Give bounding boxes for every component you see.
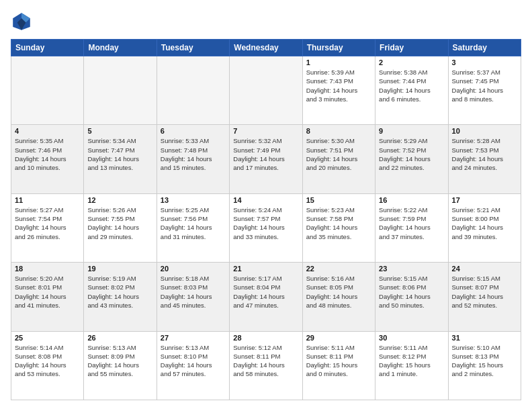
calendar-cell: 30Sunrise: 5:11 AM Sunset: 8:12 PM Dayli… bbox=[375, 331, 448, 400]
calendar-cell: 18Sunrise: 5:20 AM Sunset: 8:01 PM Dayli… bbox=[11, 263, 84, 331]
day-number: 22 bbox=[306, 265, 371, 273]
day-number: 2 bbox=[379, 58, 444, 66]
calendar-cell: 19Sunrise: 5:19 AM Sunset: 8:02 PM Dayli… bbox=[84, 263, 157, 331]
week-row-4: 18Sunrise: 5:20 AM Sunset: 8:01 PM Dayli… bbox=[11, 263, 521, 331]
logo-icon bbox=[11, 11, 32, 32]
day-info: Sunrise: 5:33 AM Sunset: 7:48 PM Dayligh… bbox=[161, 136, 226, 172]
day-number: 19 bbox=[87, 265, 152, 273]
calendar-cell: 9Sunrise: 5:29 AM Sunset: 7:52 PM Daylig… bbox=[375, 125, 448, 193]
day-info: Sunrise: 5:20 AM Sunset: 8:01 PM Dayligh… bbox=[15, 274, 80, 310]
calendar-cell: 5Sunrise: 5:34 AM Sunset: 7:47 PM Daylig… bbox=[84, 125, 157, 193]
day-info: Sunrise: 5:21 AM Sunset: 8:00 PM Dayligh… bbox=[452, 205, 517, 241]
calendar-cell: 11Sunrise: 5:27 AM Sunset: 7:54 PM Dayli… bbox=[11, 193, 84, 262]
day-number: 30 bbox=[379, 334, 444, 342]
day-info: Sunrise: 5:12 AM Sunset: 8:11 PM Dayligh… bbox=[233, 343, 298, 379]
day-number: 8 bbox=[306, 127, 371, 135]
week-row-5: 25Sunrise: 5:14 AM Sunset: 8:08 PM Dayli… bbox=[11, 331, 521, 400]
day-info: Sunrise: 5:18 AM Sunset: 8:03 PM Dayligh… bbox=[161, 274, 226, 310]
weekday-header-monday: Monday bbox=[84, 40, 157, 56]
day-number: 9 bbox=[379, 127, 444, 135]
day-info: Sunrise: 5:25 AM Sunset: 7:56 PM Dayligh… bbox=[161, 205, 226, 241]
calendar-cell: 27Sunrise: 5:13 AM Sunset: 8:10 PM Dayli… bbox=[157, 331, 229, 400]
calendar-cell bbox=[157, 56, 229, 125]
calendar-cell: 22Sunrise: 5:16 AM Sunset: 8:05 PM Dayli… bbox=[302, 263, 375, 331]
calendar-cell: 20Sunrise: 5:18 AM Sunset: 8:03 PM Dayli… bbox=[157, 263, 229, 331]
calendar-cell: 2Sunrise: 5:38 AM Sunset: 7:44 PM Daylig… bbox=[375, 56, 448, 125]
day-number: 24 bbox=[452, 265, 517, 273]
day-number: 11 bbox=[15, 196, 80, 204]
weekday-header-sunday: Sunday bbox=[11, 40, 84, 56]
calendar-cell: 4Sunrise: 5:35 AM Sunset: 7:46 PM Daylig… bbox=[11, 125, 84, 193]
day-info: Sunrise: 5:13 AM Sunset: 8:09 PM Dayligh… bbox=[87, 343, 152, 379]
day-number: 10 bbox=[452, 127, 517, 135]
calendar-table: SundayMondayTuesdayWednesdayThursdayFrid… bbox=[11, 39, 521, 400]
day-info: Sunrise: 5:28 AM Sunset: 7:53 PM Dayligh… bbox=[452, 136, 517, 172]
calendar-cell bbox=[11, 56, 84, 125]
day-number: 6 bbox=[161, 127, 226, 135]
day-info: Sunrise: 5:30 AM Sunset: 7:51 PM Dayligh… bbox=[306, 136, 371, 172]
day-number: 27 bbox=[161, 334, 226, 342]
day-number: 20 bbox=[161, 265, 226, 273]
weekday-header-friday: Friday bbox=[375, 40, 448, 56]
day-number: 7 bbox=[233, 127, 298, 135]
calendar-cell: 13Sunrise: 5:25 AM Sunset: 7:56 PM Dayli… bbox=[157, 193, 229, 262]
day-number: 3 bbox=[452, 58, 517, 66]
calendar-cell: 17Sunrise: 5:21 AM Sunset: 8:00 PM Dayli… bbox=[448, 193, 521, 262]
calendar-cell: 26Sunrise: 5:13 AM Sunset: 8:09 PM Dayli… bbox=[84, 331, 157, 400]
week-row-2: 4Sunrise: 5:35 AM Sunset: 7:46 PM Daylig… bbox=[11, 125, 521, 193]
day-info: Sunrise: 5:29 AM Sunset: 7:52 PM Dayligh… bbox=[379, 136, 444, 172]
day-info: Sunrise: 5:13 AM Sunset: 8:10 PM Dayligh… bbox=[161, 343, 226, 379]
calendar-header-row: SundayMondayTuesdayWednesdayThursdayFrid… bbox=[11, 40, 521, 56]
day-number: 26 bbox=[87, 334, 152, 342]
calendar-cell: 1Sunrise: 5:39 AM Sunset: 7:43 PM Daylig… bbox=[302, 56, 375, 125]
day-info: Sunrise: 5:22 AM Sunset: 7:59 PM Dayligh… bbox=[379, 205, 444, 241]
day-info: Sunrise: 5:10 AM Sunset: 8:13 PM Dayligh… bbox=[452, 343, 517, 379]
day-number: 15 bbox=[306, 196, 371, 204]
calendar-cell: 8Sunrise: 5:30 AM Sunset: 7:51 PM Daylig… bbox=[302, 125, 375, 193]
day-number: 29 bbox=[306, 334, 371, 342]
day-info: Sunrise: 5:24 AM Sunset: 7:57 PM Dayligh… bbox=[233, 205, 298, 241]
logo bbox=[11, 11, 35, 32]
day-info: Sunrise: 5:38 AM Sunset: 7:44 PM Dayligh… bbox=[379, 68, 444, 103]
day-info: Sunrise: 5:17 AM Sunset: 8:04 PM Dayligh… bbox=[233, 274, 298, 310]
weekday-header-thursday: Thursday bbox=[302, 40, 375, 56]
calendar-cell: 10Sunrise: 5:28 AM Sunset: 7:53 PM Dayli… bbox=[448, 125, 521, 193]
day-number: 5 bbox=[87, 127, 152, 135]
day-info: Sunrise: 5:15 AM Sunset: 8:06 PM Dayligh… bbox=[379, 274, 444, 310]
calendar-cell: 31Sunrise: 5:10 AM Sunset: 8:13 PM Dayli… bbox=[448, 331, 521, 400]
day-info: Sunrise: 5:11 AM Sunset: 8:11 PM Dayligh… bbox=[306, 343, 371, 379]
day-info: Sunrise: 5:26 AM Sunset: 7:55 PM Dayligh… bbox=[87, 205, 152, 241]
page: SundayMondayTuesdayWednesdayThursdayFrid… bbox=[0, 0, 532, 411]
day-number: 1 bbox=[306, 58, 371, 66]
weekday-header-wednesday: Wednesday bbox=[230, 40, 302, 56]
day-info: Sunrise: 5:16 AM Sunset: 8:05 PM Dayligh… bbox=[306, 274, 371, 310]
day-info: Sunrise: 5:35 AM Sunset: 7:46 PM Dayligh… bbox=[15, 136, 80, 172]
calendar-cell: 3Sunrise: 5:37 AM Sunset: 7:45 PM Daylig… bbox=[448, 56, 521, 125]
day-info: Sunrise: 5:15 AM Sunset: 8:07 PM Dayligh… bbox=[452, 274, 517, 310]
calendar-cell: 7Sunrise: 5:32 AM Sunset: 7:49 PM Daylig… bbox=[230, 125, 302, 193]
calendar-cell bbox=[230, 56, 302, 125]
day-number: 4 bbox=[15, 127, 80, 135]
day-info: Sunrise: 5:11 AM Sunset: 8:12 PM Dayligh… bbox=[379, 343, 444, 379]
day-info: Sunrise: 5:37 AM Sunset: 7:45 PM Dayligh… bbox=[452, 68, 517, 103]
day-number: 14 bbox=[233, 196, 298, 204]
calendar-cell: 14Sunrise: 5:24 AM Sunset: 7:57 PM Dayli… bbox=[230, 193, 302, 262]
weekday-header-tuesday: Tuesday bbox=[157, 40, 229, 56]
day-number: 16 bbox=[379, 196, 444, 204]
weekday-header-saturday: Saturday bbox=[448, 40, 521, 56]
day-number: 18 bbox=[15, 265, 80, 273]
day-number: 13 bbox=[161, 196, 226, 204]
day-info: Sunrise: 5:23 AM Sunset: 7:58 PM Dayligh… bbox=[306, 205, 371, 241]
calendar-cell: 29Sunrise: 5:11 AM Sunset: 8:11 PM Dayli… bbox=[302, 331, 375, 400]
day-number: 21 bbox=[233, 265, 298, 273]
week-row-1: 1Sunrise: 5:39 AM Sunset: 7:43 PM Daylig… bbox=[11, 56, 521, 125]
day-info: Sunrise: 5:14 AM Sunset: 8:08 PM Dayligh… bbox=[15, 343, 80, 379]
day-info: Sunrise: 5:32 AM Sunset: 7:49 PM Dayligh… bbox=[233, 136, 298, 172]
day-number: 23 bbox=[379, 265, 444, 273]
day-number: 17 bbox=[452, 196, 517, 204]
calendar-cell: 16Sunrise: 5:22 AM Sunset: 7:59 PM Dayli… bbox=[375, 193, 448, 262]
day-number: 25 bbox=[15, 334, 80, 342]
day-number: 28 bbox=[233, 334, 298, 342]
calendar-cell: 24Sunrise: 5:15 AM Sunset: 8:07 PM Dayli… bbox=[448, 263, 521, 331]
header bbox=[11, 11, 521, 32]
